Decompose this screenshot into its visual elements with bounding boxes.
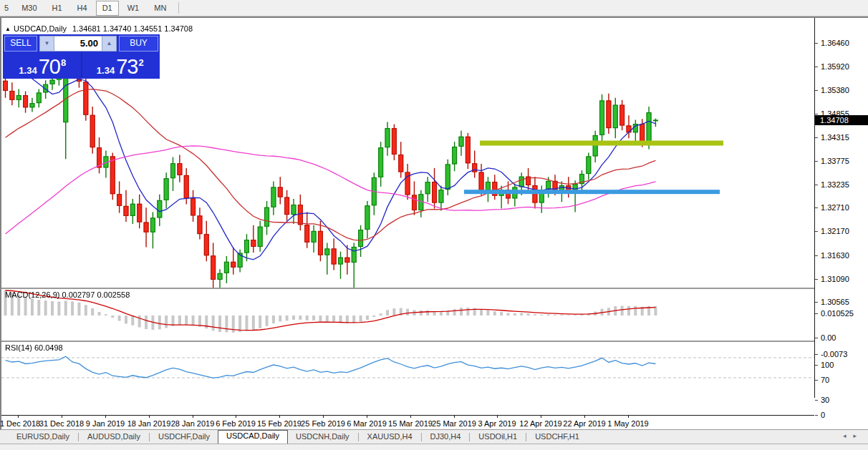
date-tick-label: 31 Dec 2018: [39, 419, 84, 428]
timeframe-button-M30[interactable]: M30: [15, 1, 43, 16]
chart-tab-usdcnh-daily[interactable]: USDCNH,Daily: [288, 431, 357, 444]
date-tick-mark: [62, 416, 62, 418]
price-tick-mark: [815, 231, 818, 232]
chart-region: ▲USDCAD,Daily1.34681 1.34740 1.34551 1.3…: [1, 18, 814, 429]
tab-scroll-right-icon[interactable]: ▸: [853, 432, 864, 439]
rsi-panel-separator[interactable]: [1, 341, 868, 342]
chart-tab-dj30-h4[interactable]: DJ30,H4: [423, 431, 469, 444]
buy-price-big: 73: [116, 59, 138, 76]
date-tick-mark: [497, 416, 498, 418]
date-tick-mark: [367, 416, 367, 418]
collapse-triangle-icon[interactable]: ▲: [5, 26, 11, 32]
sell-price-display[interactable]: 1.34 70 8: [4, 52, 81, 77]
chart-tab-usdchf-h1[interactable]: USDCHF,H1: [527, 431, 587, 444]
current-price-tag: 1.34708: [815, 115, 868, 125]
timeframe-toolbar: 5M30H1H4D1W1MN: [0, 0, 868, 16]
rsi-indicator-label: RSI(14) 60.0498: [5, 343, 63, 352]
date-tick-label: 21 Dec 2018: [0, 419, 40, 428]
date-tick-mark: [410, 416, 411, 418]
buy-button[interactable]: BUY: [119, 36, 158, 52]
tab-divider: [526, 433, 526, 441]
tab-scroll-left-icon[interactable]: ◂: [843, 432, 854, 439]
buy-price-prefix: 1.34: [97, 66, 115, 76]
macd-tick-mark: [815, 338, 818, 338]
one-click-trading-panel: SELL ▼ 5.00 ▲ BUY 1.34 70 8 1.34 73: [3, 34, 160, 79]
chart-tab-usdcad-daily[interactable]: USDCAD,Daily: [218, 430, 288, 444]
timeframe-button-MN[interactable]: MN: [148, 1, 173, 16]
volume-increase-button[interactable]: ▲: [102, 36, 117, 52]
chart-title: ▲USDCAD,Daily1.34681 1.34740 1.34551 1.3…: [5, 24, 193, 33]
price-tick-mark: [815, 255, 818, 256]
price-tick-label: 1.34315: [821, 133, 849, 142]
timeframe-button-H4[interactable]: H4: [71, 1, 94, 16]
timeframe-button-5[interactable]: 5: [0, 1, 13, 16]
date-tick-mark: [149, 416, 150, 418]
chart-tabs: EURUSD,DailyAUDUSD,DailyUSDCHF,DailyUSDC…: [9, 430, 587, 444]
chart-symbol-label: USDCAD,Daily: [14, 24, 67, 33]
date-tick-label: 3 Apr 2019: [478, 419, 516, 428]
tab-divider: [421, 433, 422, 441]
price-tick-label: 1.35920: [821, 62, 849, 71]
rsi-tick-mark: [815, 365, 818, 366]
macd-tick-label: 0.00: [821, 333, 836, 342]
price-tick-label: 1.35380: [821, 86, 849, 94]
buy-price-display[interactable]: 1.34 73 2: [81, 52, 159, 77]
timeframe-button-W1[interactable]: W1: [121, 1, 146, 16]
date-tick-label: 15 Feb 2019: [257, 419, 302, 428]
date-tick-label: 6 Feb 2019: [216, 419, 256, 428]
macd-tick-label: -0.0073: [821, 350, 847, 358]
date-tick-mark: [236, 416, 236, 418]
date-tick-label: 12 Apr 2019: [519, 419, 561, 428]
chevron-up-icon: ▲: [107, 40, 112, 47]
rsi-canvas[interactable]: [1, 342, 814, 397]
sell-price-big: 70: [39, 59, 60, 76]
status-strip: [0, 444, 868, 450]
date-tick-label: 9 Jan 2019: [86, 419, 125, 428]
tab-divider: [469, 433, 470, 441]
macd-tick-label: 0.010525: [821, 309, 854, 318]
tab-divider: [149, 433, 150, 441]
volume-input[interactable]: 5.00: [54, 36, 102, 52]
price-tick-mark: [815, 137, 818, 138]
timeframe-button-D1[interactable]: D1: [96, 1, 119, 16]
rsi-tick-label: 0: [821, 411, 825, 419]
volume-decrease-button[interactable]: ▼: [39, 36, 54, 52]
price-tick-label: 1.33235: [821, 180, 849, 189]
price-tick-label: 1.31090: [821, 275, 849, 283]
rsi-tick-mark: [815, 415, 818, 416]
price-tick-label: 1.31630: [821, 251, 849, 260]
date-tick-label: 25 Mar 2019: [432, 419, 476, 428]
sell-price-prefix: 1.34: [19, 66, 37, 76]
timeframe-buttons: 5M30H1H4D1W1MN: [0, 1, 179, 16]
date-tick-label: 28 Jan 2019: [171, 419, 215, 428]
price-tick-mark: [815, 67, 818, 67]
date-tick-mark: [541, 416, 541, 418]
price-axis[interactable]: 1.364601.359201.353801.348551.343151.337…: [815, 18, 868, 429]
chart-tab-audusd-daily[interactable]: AUDUSD,Daily: [79, 431, 148, 444]
macd-tick-mark: [815, 354, 818, 355]
toolbar-separator: [178, 2, 179, 14]
price-tick-mark: [815, 114, 818, 114]
timeframe-button-H1[interactable]: H1: [46, 1, 69, 16]
chart-tab-xauusd-h4[interactable]: XAUUSD,H4: [360, 431, 420, 444]
tab-divider: [78, 433, 79, 441]
tab-scroll-arrows: ◂▸: [843, 432, 864, 439]
rsi-tick-label: 70: [821, 376, 829, 384]
sell-button[interactable]: SELL: [4, 36, 37, 52]
macd-panel-separator[interactable]: [1, 288, 868, 289]
date-tick-mark: [105, 416, 106, 418]
date-axis[interactable]: 21 Dec 201831 Dec 20189 Jan 201918 Jan 2…: [1, 415, 814, 430]
buy-price-sup: 2: [138, 58, 143, 67]
rsi-tick-label: 100: [821, 361, 834, 369]
tab-divider: [358, 433, 359, 441]
date-tick-label: 1 May 2019: [607, 419, 648, 428]
chart-tab-usdoil-h1[interactable]: USDOil,H1: [471, 431, 525, 444]
price-tick-label: 1.36460: [821, 39, 849, 47]
date-tick-mark: [323, 416, 324, 418]
mt4-terminal: { "toolbar": { "timeframes": [ {"label":…: [0, 0, 868, 450]
price-tick-mark: [815, 90, 818, 91]
chart-tab-usdchf-daily[interactable]: USDCHF,Daily: [150, 431, 218, 444]
sell-price-sup: 8: [61, 58, 66, 67]
chart-tab-eurusd-daily[interactable]: EURUSD,Daily: [9, 431, 77, 444]
date-tick-label: 6 Mar 2019: [347, 419, 387, 428]
